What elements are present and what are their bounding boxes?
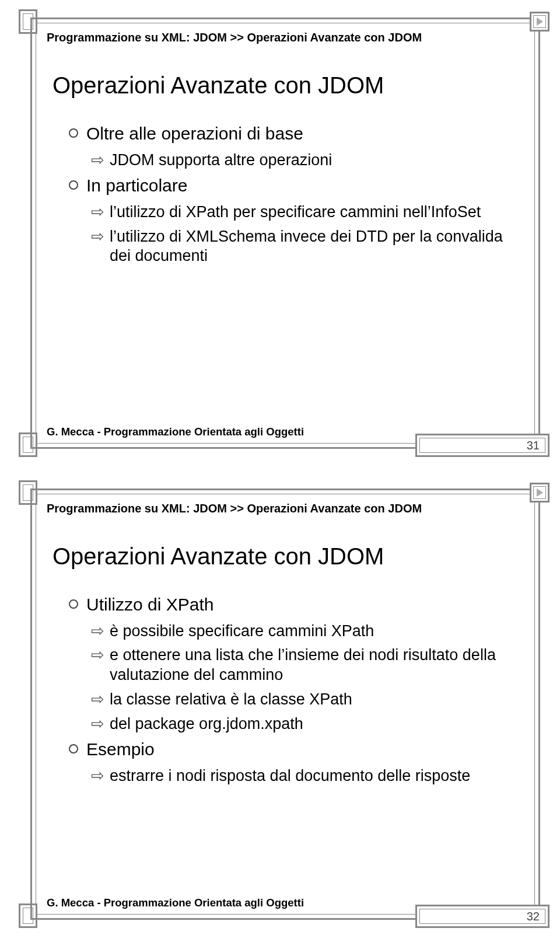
slide: Programmazione su XML: JDOM >> Operazion… [0, 0, 560, 471]
next-slide-button[interactable] [530, 12, 550, 32]
slide-title: Operazioni Avanzate con JDOM [52, 543, 384, 570]
bullet-level2: l’utilizzo di XPath per specificare camm… [91, 203, 511, 222]
bullet-level2: è possibile specificare cammini XPath [91, 622, 511, 641]
bullet-level1: Esempio [69, 738, 511, 760]
slide-frame-inner: Programmazione su XML: JDOM >> Operazion… [36, 23, 535, 444]
chevron-right-icon [537, 489, 543, 497]
bullet-level2: l’utilizzo di XMLSchema invece dei DTD p… [91, 227, 511, 267]
bullet-level2: del package org.jdom.xpath [91, 714, 511, 734]
slide-footer: G. Mecca - Programmazione Orientata agli… [47, 896, 304, 909]
bullet-level1: Utilizzo di XPath [69, 594, 511, 616]
breadcrumb: Programmazione su XML: JDOM >> Operazion… [47, 502, 422, 515]
bullet-level2: e ottenere una lista che l’insieme dei n… [91, 646, 511, 685]
slide-title: Operazioni Avanzate con JDOM [52, 72, 384, 99]
slide-frame: Programmazione su XML: JDOM >> Operazion… [30, 489, 540, 920]
bullet-level2: la classe relativa è la classe XPath [91, 690, 511, 710]
chevron-right-icon [537, 18, 543, 26]
slide-frame: Programmazione su XML: JDOM >> Operazion… [30, 18, 540, 449]
bullet-level2: estrarre i nodi risposta dal documento d… [91, 766, 511, 786]
page-number: 32 [527, 910, 540, 923]
bullet-level1: Oltre alle operazioni di base [69, 123, 511, 145]
slide-footer: G. Mecca - Programmazione Orientata agli… [47, 425, 304, 438]
slide-content: Utilizzo di XPath è possibile specificar… [69, 594, 511, 791]
bullet-level1: In particolare [69, 175, 511, 197]
slide: Programmazione su XML: JDOM >> Operazion… [0, 471, 560, 942]
page-number-box: 31 [415, 434, 550, 457]
page-number-box: 32 [415, 905, 550, 928]
slide-content: Oltre alle operazioni di base JDOM suppo… [69, 123, 511, 271]
breadcrumb: Programmazione su XML: JDOM >> Operazion… [47, 31, 422, 44]
slide-frame-inner: Programmazione su XML: JDOM >> Operazion… [36, 494, 535, 915]
page-number: 31 [527, 439, 540, 452]
bullet-level2: JDOM supporta altre operazioni [91, 151, 511, 170]
next-slide-button[interactable] [530, 483, 550, 503]
